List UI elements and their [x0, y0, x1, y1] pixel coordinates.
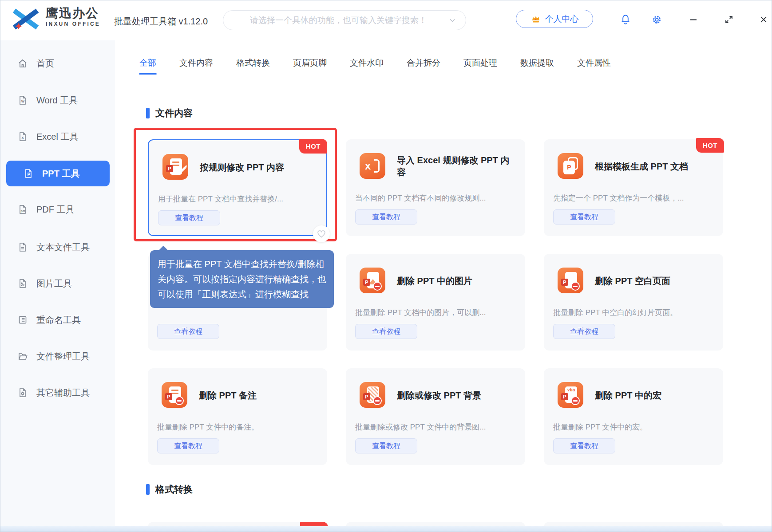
view-tutorial-button[interactable]: 查看教程 [355, 209, 417, 225]
card-desc: 批量删除 PPT 文档中的图片，可以删... [355, 307, 518, 318]
sidebar-item-text-file-tools[interactable]: 文本文件工具 [0, 236, 115, 259]
minimize-button[interactable] [687, 13, 700, 26]
section-header-format-convert: 格式转换 [146, 483, 193, 496]
tool-card-partial[interactable] [346, 522, 525, 526]
excel-import-icon: x [360, 153, 385, 179]
brand-text: 鹰迅办公 INXUN OFFICE [46, 6, 100, 28]
section-title: 格式转换 [155, 483, 193, 496]
view-tutorial-button[interactable]: 查看教程 [553, 209, 615, 225]
view-tutorial-button[interactable]: 查看教程 [157, 324, 219, 339]
ppt-notes-delete-icon: P [162, 382, 187, 408]
sidebar-item-file-organize-tools[interactable]: 文件整理工具 [0, 345, 115, 368]
word-file-icon: w [17, 95, 28, 106]
section-title: 文件内容 [155, 107, 193, 119]
sidebar-item-label: 文本文件工具 [36, 241, 90, 253]
view-tutorial-button[interactable]: 查看教程 [553, 438, 615, 453]
sidebar-item-pdf-tools[interactable]: pdf PDF 工具 [0, 198, 115, 221]
tab-header-footer[interactable]: 页眉页脚 [293, 57, 327, 69]
close-button[interactable] [757, 13, 770, 26]
sidebar-item-home[interactable]: 首页 [0, 52, 115, 75]
card-title: 根据模板生成 PPT 文档 [595, 153, 716, 180]
card-desc: 批量删除 PPT 中空白的幻灯片页面。 [553, 307, 716, 318]
tool-card-modify-ppt-by-rule[interactable]: P 按规则修改 PPT 内容 用于批量在 PPT 文档中查找并替换/... 查看… [148, 139, 327, 236]
view-tutorial-button[interactable]: 查看教程 [157, 438, 219, 453]
tool-card-delete-ppt-notes[interactable]: P 删除 PPT 备注 批量删除 PPT 文件中的备注。 查看教程 [148, 368, 327, 465]
svg-text:P: P [28, 172, 31, 177]
sidebar-item-label: PDF 工具 [36, 204, 75, 216]
tab-watermark[interactable]: 文件水印 [350, 57, 384, 69]
tab-format-convert[interactable]: 格式转换 [236, 57, 270, 69]
tool-card-delete-modify-ppt-background[interactable]: P 删除或修改 PPT 背景 批量删除或修改 PPT 文件中的背景图... 查看… [346, 368, 525, 465]
card-desc: 当不同的 PPT 文档有不同的修改规则... [355, 193, 518, 203]
card-title: 删除 PPT 备注 [199, 382, 320, 409]
tool-card-delete-ppt-images[interactable]: P 删除 PPT 中的图片 批量删除 PPT 文档中的图片，可以删... 查看教… [346, 254, 525, 351]
tab-data-extract[interactable]: 数据提取 [520, 57, 554, 69]
sidebar-item-label: 文件整理工具 [36, 351, 90, 363]
ppt-template-icon: P [558, 153, 583, 179]
ppt-image-delete-icon: P [360, 268, 385, 293]
sidebar-item-image-tools[interactable]: 图片工具 [0, 272, 115, 295]
tool-card-delete-ppt-blank-pages[interactable]: P 删除 PPT 空白页面 批量删除 PPT 中空白的幻灯片页面。 查看教程 [544, 254, 723, 351]
section-bar [146, 484, 150, 495]
sidebar-item-label: Word 工具 [36, 95, 78, 106]
excel-file-icon: x [17, 131, 28, 142]
sidebar-item-word-tools[interactable]: w Word 工具 [0, 89, 115, 112]
view-tutorial-button[interactable]: 查看教程 [553, 324, 615, 339]
card-title: 删除或修改 PPT 背景 [397, 382, 518, 409]
brand-name-en: INXUN OFFICE [46, 20, 100, 28]
chevron-down-icon[interactable] [448, 16, 457, 25]
card-desc: 批量删除或修改 PPT 文件中的背景图... [355, 422, 518, 432]
tool-card-import-excel-rules[interactable]: x 导入 Excel 规则修改 PPT 内容 当不同的 PPT 文档有不同的修改… [346, 139, 525, 236]
tool-card-partial[interactable] [544, 522, 723, 526]
main-panel: 全部 文件内容 格式转换 页眉页脚 文件水印 合并拆分 页面处理 数据提取 文件… [115, 40, 772, 526]
card-desc: 批量删除 PPT 文件中的备注。 [157, 422, 320, 432]
hot-badge: HOT [299, 139, 327, 154]
card-desc: 批量删除 PPT 文件中的宏。 [553, 422, 716, 432]
sidebar-item-other-helper-tools[interactable]: 其它辅助工具 [0, 381, 115, 404]
tab-page-process[interactable]: 页面处理 [463, 57, 497, 69]
ppt-macro-delete-icon: vba P [558, 382, 583, 408]
tool-card-delete-ppt-macros[interactable]: vba P 删除 PPT 中的宏 批量删除 PPT 文件中的宏。 查看教程 [544, 368, 723, 465]
favorite-heart-button[interactable] [313, 225, 330, 242]
tab-file-attributes[interactable]: 文件属性 [577, 57, 611, 69]
search-input[interactable] [249, 15, 448, 26]
ppt-background-delete-icon: P [360, 382, 385, 408]
hot-badge: HOT [300, 522, 328, 526]
card-title: 删除 PPT 中的图片 [397, 268, 518, 294]
brand-logo-icon [11, 8, 40, 31]
sidebar-item-label: Excel 工具 [36, 131, 78, 143]
window-bottom-edge [0, 526, 772, 532]
tool-card-partial[interactable]: HOT [148, 522, 327, 526]
tab-all[interactable]: 全部 [139, 57, 156, 69]
sidebar-item-rename-tools[interactable]: 重命名工具 [0, 308, 115, 331]
pdf-file-icon: pdf [17, 204, 28, 215]
tool-description-tooltip: 用于批量在 PPT 文档中查找并替换/删除相关内容。可以按指定内容进行精确查找，… [150, 250, 334, 308]
sidebar-item-ppt-tools[interactable]: P PPT 工具 [6, 161, 110, 186]
tab-file-content[interactable]: 文件内容 [179, 57, 213, 69]
maximize-button[interactable] [722, 13, 736, 26]
app-window: 鹰迅办公 INXUN OFFICE 批量处理工具箱 v1.12.0 个人中心 [0, 0, 772, 532]
notifications-bell-icon[interactable] [618, 12, 633, 27]
tab-merge-split[interactable]: 合并拆分 [407, 57, 440, 69]
personal-center-label: 个人中心 [545, 13, 579, 25]
personal-center-button[interactable]: 个人中心 [516, 10, 593, 28]
svg-text:x: x [22, 135, 24, 140]
settings-gear-icon[interactable] [649, 12, 664, 27]
sidebar: 首页 w Word 工具 x Excel 工具 P [0, 40, 115, 526]
view-tutorial-button[interactable]: 查看教程 [355, 324, 417, 339]
heart-icon [316, 229, 327, 239]
view-tutorial-button[interactable]: 查看教程 [158, 210, 220, 225]
view-tutorial-button[interactable]: 查看教程 [355, 438, 417, 453]
next-row-partial: HOT [148, 522, 723, 526]
card-title: 删除 PPT 空白页面 [595, 268, 716, 294]
hot-badge: HOT [696, 138, 724, 153]
card-title: 删除 PPT 中的宏 [595, 382, 716, 409]
search-box[interactable] [223, 10, 466, 30]
crown-icon [531, 14, 541, 24]
tool-card-generate-ppt-from-template[interactable]: P 根据模板生成 PPT 文档 先指定一个 PPT 文档作为一个模板，... 查… [544, 139, 723, 236]
section-bar [146, 108, 150, 118]
ppt-edit-icon: P [162, 154, 188, 180]
category-tabs: 全部 文件内容 格式转换 页眉页脚 文件水印 合并拆分 页面处理 数据提取 文件… [139, 57, 611, 69]
svg-text:w: w [21, 99, 25, 103]
sidebar-item-excel-tools[interactable]: x Excel 工具 [0, 125, 115, 148]
